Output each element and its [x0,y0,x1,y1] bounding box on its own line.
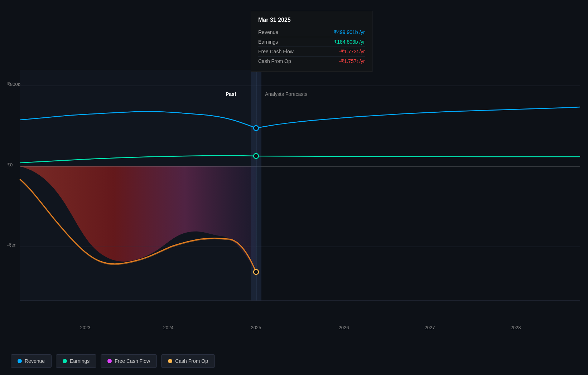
tooltip-value-cashop: -₹1.757t /yr [339,58,365,64]
legend-dot-cashop [168,359,172,363]
legend-item-fcf: Free Cash Flow [101,354,157,368]
legend-label-revenue: Revenue [25,358,45,364]
x-label-2023: 2023 [80,325,91,330]
legend-item-cashop: Cash From Op [161,354,215,368]
legend-item-revenue: Revenue [11,354,52,368]
y-label-800b: ₹800b [7,82,20,87]
tooltip-value-fcf: -₹1.773t /yr [339,49,365,54]
x-label-2027: 2027 [425,325,435,330]
chart-container: ₹800b ₹0 -₹2t Past Analysts Forecasts 20… [0,0,588,375]
legend-dot-revenue [18,359,22,363]
tooltip-value-revenue: ₹499.901b /yr [334,29,365,35]
x-label-2026: 2026 [339,325,349,330]
legend-dot-fcf [107,359,112,363]
label-past: Past [226,91,236,97]
tooltip-box: Mar 31 2025 Revenue ₹499.901b /yr Earnin… [251,11,372,72]
tooltip-row-fcf: Free Cash Flow -₹1.773t /yr [258,47,365,56]
tooltip-label-earnings: Earnings [258,39,278,45]
x-label-2025: 2025 [251,325,261,330]
tooltip-value-earnings: ₹184.803b /yr [334,39,365,45]
legend-item-earnings: Earnings [56,354,96,368]
svg-point-9 [254,269,259,274]
tooltip-row-revenue: Revenue ₹499.901b /yr [258,28,365,37]
label-forecasts: Analysts Forecasts [265,91,307,97]
tooltip-date: Mar 31 2025 [258,17,365,23]
svg-point-7 [254,126,259,131]
legend-dot-earnings [63,359,67,363]
legend-label-earnings: Earnings [70,358,90,364]
x-label-2028: 2028 [511,325,521,330]
svg-point-8 [254,154,259,159]
legend-label-fcf: Free Cash Flow [115,358,150,364]
legend-label-cashop: Cash From Op [175,358,208,364]
tooltip-label-fcf: Free Cash Flow [258,49,294,54]
tooltip-row-earnings: Earnings ₹184.803b /yr [258,37,365,47]
x-label-2024: 2024 [163,325,174,330]
tooltip-row-cashop: Cash From Op -₹1.757t /yr [258,56,365,66]
tooltip-label-revenue: Revenue [258,29,278,35]
chart-legend: Revenue Earnings Free Cash Flow Cash Fro… [11,354,215,368]
y-label-neg2t: -₹2t [7,243,15,248]
tooltip-label-cashop: Cash From Op [258,58,291,64]
y-label-0: ₹0 [7,162,13,167]
